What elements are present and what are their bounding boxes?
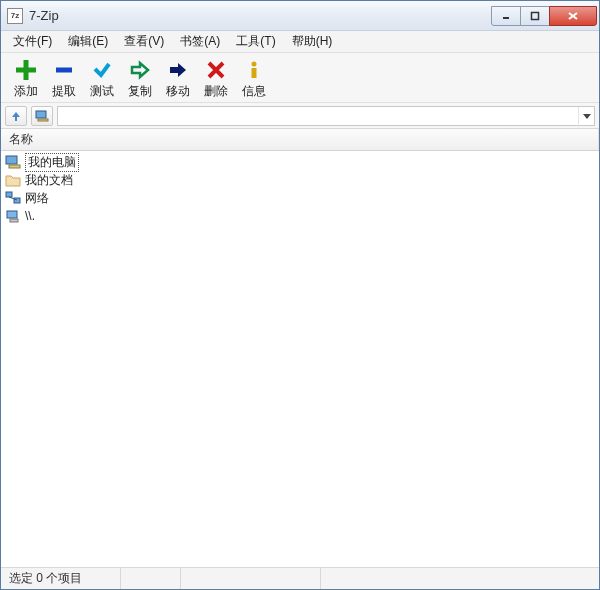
arrow-right-outline-icon bbox=[130, 59, 150, 81]
column-name[interactable]: 名称 bbox=[1, 129, 599, 150]
move-label: 移动 bbox=[166, 83, 190, 100]
maximize-button[interactable] bbox=[520, 6, 550, 26]
x-icon bbox=[206, 59, 226, 81]
svg-rect-9 bbox=[6, 156, 17, 164]
test-label: 测试 bbox=[90, 83, 114, 100]
copy-button[interactable]: 复制 bbox=[123, 57, 157, 102]
addressbar bbox=[1, 103, 599, 129]
check-icon bbox=[92, 59, 112, 81]
status-cell-2 bbox=[121, 568, 181, 589]
list-item[interactable]: \\. bbox=[1, 207, 599, 225]
svg-rect-8 bbox=[38, 119, 48, 121]
svg-rect-10 bbox=[9, 165, 20, 168]
info-icon bbox=[244, 59, 264, 81]
computer-icon bbox=[5, 154, 21, 170]
menu-file[interactable]: 文件(F) bbox=[5, 31, 60, 52]
extract-label: 提取 bbox=[52, 83, 76, 100]
list-item-label: \\. bbox=[25, 209, 35, 223]
arrow-right-icon bbox=[168, 59, 188, 81]
list-item-label: 我的电脑 bbox=[25, 153, 79, 172]
move-button[interactable]: 移动 bbox=[161, 57, 195, 102]
up-arrow-icon bbox=[10, 110, 22, 122]
svg-point-5 bbox=[252, 62, 257, 67]
menu-bookmarks[interactable]: 书签(A) bbox=[172, 31, 228, 52]
maximize-icon bbox=[530, 11, 540, 21]
svg-rect-1 bbox=[532, 12, 539, 19]
up-button[interactable] bbox=[5, 106, 27, 126]
minimize-icon bbox=[501, 11, 511, 21]
info-button[interactable]: 信息 bbox=[237, 57, 271, 102]
svg-rect-14 bbox=[7, 211, 17, 218]
add-label: 添加 bbox=[14, 83, 38, 100]
list-item-label: 网络 bbox=[25, 190, 49, 207]
window-controls bbox=[492, 6, 597, 26]
menu-help[interactable]: 帮助(H) bbox=[284, 31, 341, 52]
list-item[interactable]: 网络 bbox=[1, 189, 599, 207]
network-icon bbox=[5, 190, 21, 206]
titlebar[interactable]: 7z 7-Zip bbox=[1, 1, 599, 31]
app-icon: 7z bbox=[7, 8, 23, 24]
window-title: 7-Zip bbox=[29, 8, 492, 23]
add-button[interactable]: 添加 bbox=[9, 57, 43, 102]
computer-icon bbox=[35, 110, 49, 122]
menubar: 文件(F) 编辑(E) 查看(V) 书签(A) 工具(T) 帮助(H) bbox=[1, 31, 599, 53]
status-selection: 选定 0 个项目 bbox=[1, 568, 121, 589]
svg-rect-11 bbox=[6, 192, 12, 197]
minimize-button[interactable] bbox=[491, 6, 521, 26]
address-input[interactable] bbox=[57, 106, 595, 126]
column-headers: 名称 bbox=[1, 129, 599, 151]
info-label: 信息 bbox=[242, 83, 266, 100]
status-cell-3 bbox=[181, 568, 321, 589]
folder-icon bbox=[5, 172, 21, 188]
svg-rect-15 bbox=[10, 219, 18, 222]
list-item[interactable]: 我的文档 bbox=[1, 171, 599, 189]
svg-rect-6 bbox=[252, 68, 257, 78]
chevron-down-icon bbox=[583, 114, 591, 120]
toolbar: 添加 提取 测试 复制 移动 删除 信息 bbox=[1, 53, 599, 103]
menu-tools[interactable]: 工具(T) bbox=[228, 31, 283, 52]
device-icon bbox=[5, 208, 21, 224]
menu-view[interactable]: 查看(V) bbox=[116, 31, 172, 52]
plus-icon bbox=[16, 59, 36, 81]
copy-label: 复制 bbox=[128, 83, 152, 100]
test-button[interactable]: 测试 bbox=[85, 57, 119, 102]
extract-button[interactable]: 提取 bbox=[47, 57, 81, 102]
delete-button[interactable]: 删除 bbox=[199, 57, 233, 102]
close-icon bbox=[567, 11, 579, 21]
computer-button[interactable] bbox=[31, 106, 53, 126]
status-cell-4 bbox=[321, 568, 599, 589]
app-window: 7z 7-Zip 文件(F) 编辑(E) 查看(V) 书签(A) 工具(T) 帮… bbox=[0, 0, 600, 590]
svg-rect-7 bbox=[36, 111, 46, 118]
list-item-label: 我的文档 bbox=[25, 172, 73, 189]
list-item[interactable]: 我的电脑 bbox=[1, 153, 599, 171]
close-button[interactable] bbox=[549, 6, 597, 26]
minus-icon bbox=[54, 59, 74, 81]
file-list[interactable]: 我的电脑我的文档网络\\. bbox=[1, 151, 599, 567]
statusbar: 选定 0 个项目 bbox=[1, 567, 599, 589]
address-dropdown-button[interactable] bbox=[578, 107, 594, 127]
menu-edit[interactable]: 编辑(E) bbox=[60, 31, 116, 52]
delete-label: 删除 bbox=[204, 83, 228, 100]
